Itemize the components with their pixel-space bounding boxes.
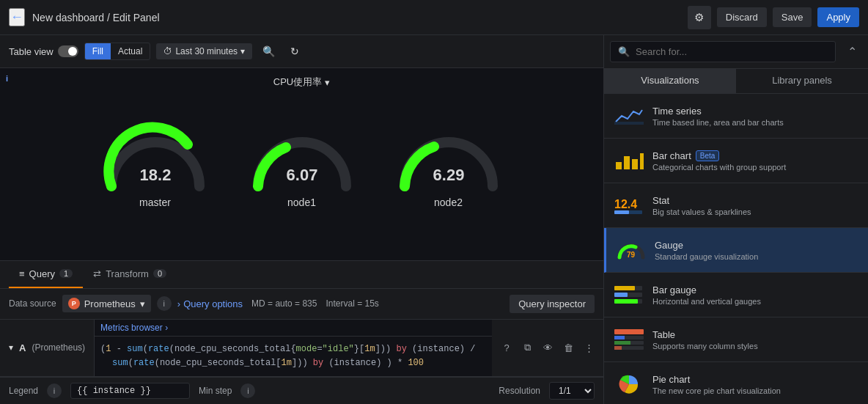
query-tab-label: Query — [29, 268, 55, 279]
stat-info: Stat Big stat values & sparklines — [652, 195, 858, 216]
query-editor-row: ▾ A (Prometheus) Metrics browser › (1 - … — [0, 320, 603, 377]
search-icon: 🔍 — [618, 46, 630, 57]
query-input-area: Metrics browser › (1 - sum(rate(node_cpu… — [95, 320, 492, 376]
svg-rect-5 — [624, 156, 630, 169]
barchart-info: Bar chart Beta Categorical charts with g… — [652, 150, 858, 172]
bargauge-icon — [614, 282, 644, 308]
timeseries-info: Time series Time based line, area and ba… — [652, 106, 858, 127]
tab-transform[interactable]: ⇄ Transform 0 — [83, 261, 177, 288]
query-tab-icon: ≡ — [19, 268, 25, 279]
fill-button[interactable]: Fill — [85, 43, 111, 59]
piechart-info: Pie chart The new core pie chart visuali… — [652, 374, 858, 395]
tab-query[interactable]: ≡ Query 1 — [9, 261, 83, 288]
discard-button[interactable]: Discard — [717, 7, 767, 27]
viz-item-piechart[interactable]: Pie chart The new core pie chart visuali… — [604, 362, 868, 404]
table-view-switch[interactable] — [58, 45, 78, 57]
timeseries-icon — [614, 103, 644, 129]
datasource-name: Prometheus — [84, 298, 136, 309]
save-button[interactable]: Save — [773, 7, 812, 27]
gauge-name: Gauge — [655, 240, 858, 251]
svg-rect-22 — [614, 341, 630, 345]
query-options-link[interactable]: › Query options — [177, 298, 243, 309]
time-range-label: Last 30 minutes — [175, 46, 238, 56]
panel-collapse-button[interactable]: ⌃ — [842, 42, 862, 62]
datasource-select[interactable]: P Prometheus ▾ — [62, 295, 151, 312]
header: ← New dashboard / Edit Panel ⚙ Discard S… — [0, 0, 868, 35]
apply-button[interactable]: Apply — [817, 7, 859, 27]
fill-actual-group: Fill Actual — [84, 43, 151, 60]
back-button[interactable]: ← — [9, 8, 25, 26]
panel-toolbar: Table view Fill Actual ⏱ Last 30 minutes… — [0, 35, 603, 68]
transform-tab-label: Transform — [106, 268, 149, 279]
transform-tab-icon: ⇄ — [93, 268, 101, 279]
viz-item-timeseries[interactable]: Time series Time based line, area and ba… — [604, 94, 868, 139]
chevron-down-icon: ▾ — [240, 46, 245, 56]
piechart-icon — [614, 371, 644, 397]
tab-visualizations[interactable]: Visualizations — [604, 69, 736, 93]
gauge-svg-node1: 6.07 — [243, 120, 361, 194]
query-hide-button[interactable]: 👁 — [539, 339, 556, 356]
min-step-label: Min step — [199, 386, 232, 396]
code-editor[interactable]: (1 - sum(rate(node_cpu_seconds_total{mod… — [95, 337, 492, 376]
search-bar: 🔍 ⌃ — [604, 35, 868, 69]
legend-bar: Legend i Min step i Resolution 1/1 1/2 1… — [0, 377, 603, 404]
gauge-desc: Standard gauge visualization — [655, 252, 858, 261]
svg-rect-4 — [616, 162, 622, 169]
resolution-select[interactable]: 1/1 1/2 1/4 1/10 — [549, 382, 595, 400]
gauge-svg-node2: 6.29 — [390, 120, 507, 194]
viz-item-gauge[interactable]: 79 Gauge Standard gauge visualization — [604, 228, 868, 273]
interval-meta: Interval = 15s — [326, 298, 378, 309]
tab-library-panels[interactable]: Library panels — [736, 69, 868, 93]
svg-rect-10 — [614, 210, 629, 214]
viz-item-stat[interactable]: 12.4 Stat Big stat values & sparklines — [604, 183, 868, 228]
piechart-desc: The new core pie chart visualization — [652, 386, 858, 395]
stat-icon: 12.4 — [614, 192, 644, 218]
refresh-button[interactable]: ↻ — [284, 41, 305, 62]
piechart-name: Pie chart — [652, 374, 858, 385]
query-copy-button[interactable]: ⧉ — [518, 339, 536, 356]
query-more-button[interactable]: ⋮ — [580, 339, 597, 356]
svg-rect-17 — [614, 299, 638, 304]
metrics-browser-link[interactable]: Metrics browser › — [100, 323, 168, 333]
time-icon: ⏱ — [163, 46, 172, 56]
viz-item-bargauge[interactable]: Bar gauge Horizontal and vertical gauges — [604, 273, 868, 317]
svg-rect-3 — [614, 122, 644, 125]
search-input[interactable] — [636, 46, 828, 57]
query-row-left: ▾ A (Prometheus) — [0, 320, 95, 376]
prometheus-icon: P — [68, 298, 80, 309]
actual-button[interactable]: Actual — [111, 43, 150, 59]
svg-text:6.29: 6.29 — [433, 166, 464, 184]
time-range-button[interactable]: ⏱ Last 30 minutes ▾ — [156, 43, 252, 59]
legend-input[interactable] — [70, 383, 190, 399]
barchart-icon — [614, 147, 644, 174]
panel-tabs: Visualizations Library panels — [604, 69, 868, 94]
query-tab-badge: 1 — [59, 269, 73, 278]
svg-text:18.2: 18.2 — [139, 166, 171, 184]
query-letter: A — [19, 342, 26, 353]
viz-item-table[interactable]: Table Supports many column styles — [604, 317, 868, 362]
svg-text:6.07: 6.07 — [286, 166, 317, 184]
transform-tab-badge: 0 — [153, 269, 166, 278]
datasource-info-icon[interactable]: i — [157, 296, 172, 311]
svg-rect-18 — [614, 329, 644, 334]
query-inspector-button[interactable]: Query inspector — [510, 295, 595, 313]
zoom-out-button[interactable]: 🔍 — [258, 41, 279, 62]
gauges-row: 18.2 master 6.07 node1 — [97, 120, 507, 208]
gauge-label-master: master — [139, 197, 171, 208]
viz-item-barchart[interactable]: Bar chart Beta Categorical charts with g… — [604, 139, 868, 183]
beta-badge: Beta — [696, 150, 720, 161]
barchart-desc: Categorical charts with group support — [652, 163, 858, 172]
legend-info-icon[interactable]: i — [47, 383, 62, 398]
query-collapse-button[interactable]: ▾ — [9, 342, 13, 353]
query-meta: MD = auto = 835 — [251, 298, 317, 309]
table-icon — [614, 326, 644, 353]
header-actions: ⚙ Discard Save Apply — [688, 6, 859, 29]
query-delete-button[interactable]: 🗑 — [559, 339, 577, 356]
min-step-info-icon[interactable]: i — [240, 383, 255, 398]
viz-area: i CPU使用率 ▾ — [0, 68, 603, 260]
viz-title: CPU使用率 ▾ — [273, 76, 330, 89]
query-help-button[interactable]: ? — [498, 339, 515, 356]
settings-button[interactable]: ⚙ — [688, 6, 711, 29]
svg-rect-20 — [614, 336, 625, 339]
table-view-label: Table view — [9, 46, 54, 57]
